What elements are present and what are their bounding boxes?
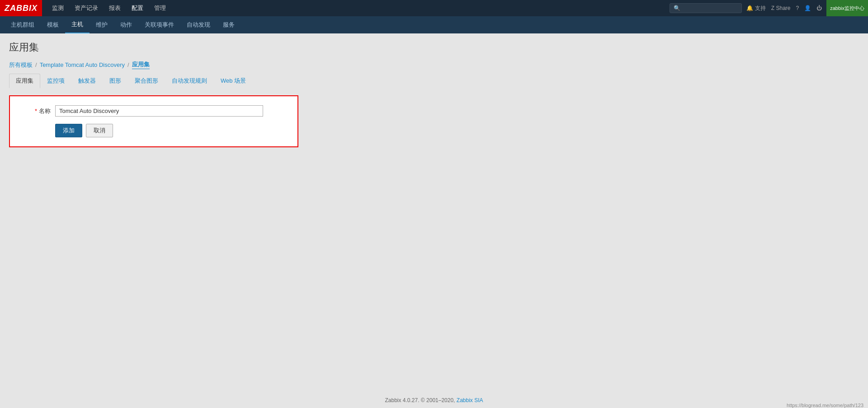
nav-reports[interactable]: 报表 xyxy=(104,0,126,16)
form-box: *名称 添加 取消 xyxy=(9,95,298,147)
tab-applications[interactable]: 应用集 xyxy=(9,74,40,88)
nav-event-correlation[interactable]: 关联项事件 xyxy=(138,16,180,33)
page-title: 应用集 xyxy=(0,33,868,59)
help-icon[interactable]: ? xyxy=(796,5,799,11)
breadcrumb: 所有模板 / Template Tomcat Auto Discovery / … xyxy=(0,59,868,74)
nav-templates[interactable]: 模板 xyxy=(41,16,65,33)
tab-web-scenarios[interactable]: Web 场景 xyxy=(214,74,253,88)
tab-triggers[interactable]: 触发器 xyxy=(71,74,103,88)
main-content: *名称 添加 取消 xyxy=(0,88,868,155)
nav-monitor[interactable]: 监测 xyxy=(47,0,69,16)
required-mark: * xyxy=(35,108,37,114)
search-icon: 🔍 xyxy=(674,5,680,11)
tab-items[interactable]: 监控项 xyxy=(40,74,71,88)
add-button[interactable]: 添加 xyxy=(55,124,82,137)
cancel-button[interactable]: 取消 xyxy=(86,124,113,137)
tab-discovery-rules[interactable]: 自动发现规则 xyxy=(165,74,214,88)
form-name-row: *名称 xyxy=(24,105,284,117)
tab-screen[interactable]: 聚合图形 xyxy=(128,74,165,88)
breadcrumb-current: 应用集 xyxy=(132,61,150,69)
support-link[interactable]: 🔔 支持 xyxy=(746,5,765,12)
share-icon: Z xyxy=(771,5,774,11)
search-box[interactable]: 🔍 xyxy=(670,3,742,13)
nav-assets[interactable]: 资产记录 xyxy=(69,0,104,16)
nav-admin[interactable]: 管理 xyxy=(149,0,171,16)
nav-hosts[interactable]: 主机 xyxy=(65,16,90,33)
share-link[interactable]: Z Share xyxy=(771,5,791,11)
breadcrumb-template[interactable]: Template Tomcat Auto Discovery xyxy=(40,61,125,68)
logo[interactable]: ZABBIX xyxy=(0,0,42,16)
tabs: 应用集 监控项 触发器 图形 聚合图形 自动发现规则 Web 场景 xyxy=(0,74,868,88)
nav-config[interactable]: 配置 xyxy=(126,0,149,16)
user-icon[interactable]: 👤 xyxy=(804,5,811,11)
top-nav-links: 监测 资产记录 报表 配置 管理 xyxy=(47,0,670,16)
breadcrumb-all-templates[interactable]: 所有模板 xyxy=(9,61,33,69)
nav-host-groups[interactable]: 主机群组 xyxy=(5,16,41,33)
monitor-center-badge[interactable]: zabbix监控中心 xyxy=(826,0,868,16)
top-nav-right: 🔍 🔔 支持 Z Share ? 👤 ⏻ xyxy=(670,3,826,13)
second-navigation: 主机群组 模板 主机 维护 动作 关联项事件 自动发现 服务 xyxy=(0,16,868,33)
button-row: 添加 取消 xyxy=(55,124,284,137)
breadcrumb-sep2: / xyxy=(127,61,129,68)
nav-auto-discovery[interactable]: 自动发现 xyxy=(180,16,217,33)
name-label: *名称 xyxy=(24,107,51,115)
name-input[interactable] xyxy=(55,105,263,117)
support-icon: 🔔 xyxy=(746,5,753,11)
breadcrumb-sep1: / xyxy=(35,61,37,68)
nav-actions[interactable]: 动作 xyxy=(114,16,138,33)
tab-graphs[interactable]: 图形 xyxy=(103,74,128,88)
search-input[interactable] xyxy=(683,5,741,11)
nav-services[interactable]: 服务 xyxy=(217,16,241,33)
top-navigation: ZABBIX 监测 资产记录 报表 配置 管理 🔍 🔔 支持 Z Share ?… xyxy=(0,0,868,16)
logout-icon[interactable]: ⏻ xyxy=(816,5,822,11)
nav-maintenance[interactable]: 维护 xyxy=(90,16,114,33)
top-nav-right-icons: 🔔 支持 Z Share ? 👤 ⏻ xyxy=(746,5,822,12)
